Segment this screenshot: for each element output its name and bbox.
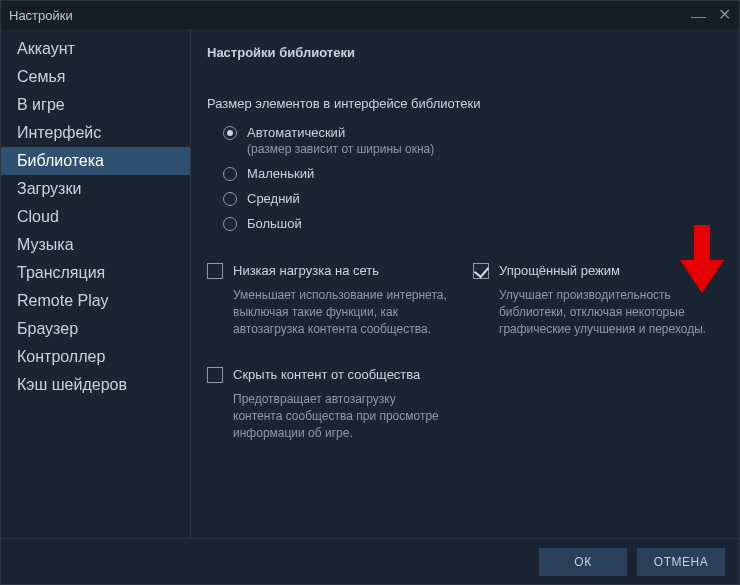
checkbox-label-low-perf: Упрощённый режим xyxy=(499,263,620,278)
checkbox-low-bandwidth[interactable] xyxy=(207,263,223,279)
radio-label-large: Большой xyxy=(247,216,302,231)
checkbox-row-low-perf[interactable]: Упрощённый режим xyxy=(473,263,719,279)
checkbox-low-perf[interactable] xyxy=(473,263,489,279)
sidebar-item-music[interactable]: Музыка xyxy=(1,231,190,259)
radio-row-auto[interactable]: Автоматический (размер зависит от ширины… xyxy=(223,125,719,156)
cancel-button[interactable]: ОТМЕНА xyxy=(637,548,725,576)
sidebar-item-browser[interactable]: Браузер xyxy=(1,315,190,343)
sidebar-item-family[interactable]: Семья xyxy=(1,63,190,91)
content-pane: Настройки библиотеки Размер элементов в … xyxy=(191,29,739,538)
radio-row-medium[interactable]: Средний xyxy=(223,191,719,206)
window-title: Настройки xyxy=(9,8,73,23)
main-area: Аккаунт Семья В игре Интерфейс Библиотек… xyxy=(1,29,739,538)
radio-auto[interactable] xyxy=(223,126,237,140)
sidebar: Аккаунт Семья В игре Интерфейс Библиотек… xyxy=(1,29,191,538)
size-section-label: Размер элементов в интерфейсе библиотеки xyxy=(207,96,719,111)
sidebar-item-remoteplay[interactable]: Remote Play xyxy=(1,287,190,315)
checkbox-label-low-bandwidth: Низкая нагрузка на сеть xyxy=(233,263,379,278)
page-title: Настройки библиотеки xyxy=(207,45,719,60)
radio-label-medium: Средний xyxy=(247,191,300,206)
window-controls: — ✕ xyxy=(691,7,731,23)
radio-row-large[interactable]: Большой xyxy=(223,216,719,231)
sidebar-item-library[interactable]: Библиотека xyxy=(1,147,190,175)
radio-small[interactable] xyxy=(223,167,237,181)
checkbox-desc-hide-community: Предотвращает автозагрузку контента сооб… xyxy=(207,391,447,441)
radio-medium[interactable] xyxy=(223,192,237,206)
ok-button[interactable]: ОК xyxy=(539,548,627,576)
size-radio-group: Автоматический (размер зависит от ширины… xyxy=(207,125,719,231)
radio-label-auto: Автоматический xyxy=(247,125,434,140)
sidebar-item-broadcasting[interactable]: Трансляция xyxy=(1,259,190,287)
checkbox-desc-low-perf: Улучшает производительность библиотеки, … xyxy=(473,287,713,337)
sidebar-item-account[interactable]: Аккаунт xyxy=(1,35,190,63)
minimize-icon[interactable]: — xyxy=(691,8,706,23)
sidebar-item-ingame[interactable]: В игре xyxy=(1,91,190,119)
titlebar: Настройки — ✕ xyxy=(1,1,739,29)
checkbox-label-hide-community: Скрыть контент от сообщества xyxy=(233,367,420,382)
checkbox-row-low-bandwidth[interactable]: Низкая нагрузка на сеть xyxy=(207,263,453,279)
radio-large[interactable] xyxy=(223,217,237,231)
settings-window: Настройки — ✕ Аккаунт Семья В игре Интер… xyxy=(0,0,740,585)
sidebar-item-downloads[interactable]: Загрузки xyxy=(1,175,190,203)
checkbox-desc-low-bandwidth: Уменьшает использование интернета, выклю… xyxy=(207,287,447,337)
sidebar-item-shadercache[interactable]: Кэш шейдеров xyxy=(1,371,190,399)
sidebar-item-cloud[interactable]: Cloud xyxy=(1,203,190,231)
sidebar-item-interface[interactable]: Интерфейс xyxy=(1,119,190,147)
checkbox-row-hide-community[interactable]: Скрыть контент от сообщества xyxy=(207,367,719,383)
radio-sublabel-auto: (размер зависит от ширины окна) xyxy=(247,142,434,156)
checkbox-hide-community[interactable] xyxy=(207,367,223,383)
close-icon[interactable]: ✕ xyxy=(718,7,731,23)
sidebar-item-controller[interactable]: Контроллер xyxy=(1,343,190,371)
button-bar: ОК ОТМЕНА xyxy=(1,538,739,584)
radio-label-small: Маленький xyxy=(247,166,314,181)
radio-row-small[interactable]: Маленький xyxy=(223,166,719,181)
